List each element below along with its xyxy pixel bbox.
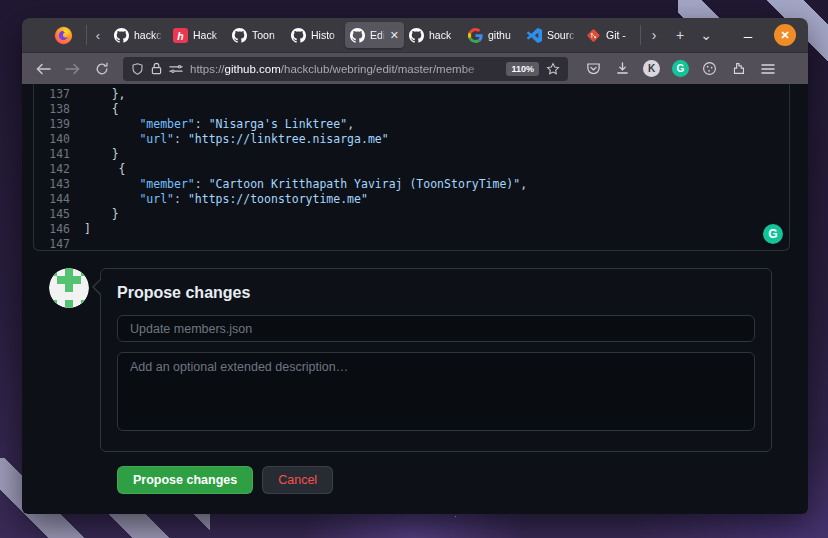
tab-title: Git -	[606, 29, 635, 41]
commit-title-input[interactable]	[117, 315, 755, 342]
line-number: 141	[34, 147, 84, 162]
grammarly-editor-icon[interactable]: G	[763, 224, 783, 244]
minimize-window-button[interactable]: –	[738, 27, 758, 44]
code-line[interactable]: 142 {	[34, 162, 789, 177]
scroll-tabs-left-icon[interactable]: ‹	[87, 28, 109, 43]
browser-window: ‹ hackchHackToonHistoEdi✕hackgithuSourcG…	[22, 18, 808, 514]
code-editor[interactable]: 137 },138 {139 "member": "Nisarga's Link…	[33, 84, 790, 251]
forward-icon[interactable]	[59, 57, 86, 81]
cookie-extension-icon[interactable]	[696, 57, 723, 81]
zoom-level-badge[interactable]: 110%	[506, 62, 539, 76]
grammarly-extension-icon[interactable]: G	[667, 57, 694, 81]
browser-tab[interactable]: Toon	[227, 22, 286, 48]
account-extension-icon[interactable]: K	[638, 57, 665, 81]
browser-tab[interactable]: Git -	[581, 22, 640, 48]
code-text: }	[84, 207, 119, 222]
browser-tab[interactable]: githu	[463, 22, 522, 48]
browser-tab-active[interactable]: Edi✕	[345, 22, 404, 48]
window-controls: – ✕	[738, 24, 808, 46]
code-text: "url": "https://linktree.nisarga.me"	[84, 132, 389, 147]
new-tab-button[interactable]: +	[667, 27, 693, 43]
browser-tab[interactable]: hHack	[168, 22, 227, 48]
pocket-icon[interactable]	[580, 57, 607, 81]
github-edit-page: 137 },138 {139 "member": "Nisarga's Link…	[22, 84, 808, 514]
back-icon[interactable]	[30, 57, 57, 81]
propose-changes-button[interactable]: Propose changes	[117, 466, 253, 494]
code-text: }	[84, 147, 119, 162]
line-number: 147	[34, 237, 84, 252]
navigation-toolbar: https://github.com/hackclub/webring/edit…	[22, 52, 808, 84]
reload-icon[interactable]	[88, 57, 115, 81]
google-favicon-icon	[468, 28, 483, 43]
line-number: 145	[34, 207, 84, 222]
github-favicon-icon	[350, 28, 365, 43]
code-text: "member": "Cartoon Kritthapath Yaviraj (…	[84, 177, 527, 192]
browser-tab[interactable]: hackc	[109, 22, 168, 48]
code-text: {	[84, 102, 119, 117]
close-window-button[interactable]: ✕	[774, 24, 796, 46]
extensions-puzzle-icon[interactable]	[725, 57, 752, 81]
github-favicon-icon	[232, 28, 247, 43]
code-line[interactable]: 140 "url": "https://linktree.nisarga.me"	[34, 132, 789, 147]
line-number: 138	[34, 102, 84, 117]
lock-icon[interactable]	[151, 62, 162, 75]
svg-text:h: h	[177, 29, 183, 41]
list-tabs-dropdown-icon[interactable]: ⌄	[693, 27, 719, 43]
vscode-favicon-icon	[527, 28, 542, 43]
line-number: 143	[34, 177, 84, 192]
tab-title: hackc	[134, 29, 163, 41]
code-line[interactable]: 143 "member": "Cartoon Kritthapath Yavir…	[34, 177, 789, 192]
line-number: 139	[34, 117, 84, 132]
url-bar[interactable]: https://github.com/hackclub/webring/edit…	[123, 57, 568, 81]
cancel-button[interactable]: Cancel	[262, 466, 333, 494]
commit-actions: Propose changes Cancel	[100, 466, 772, 494]
code-text: ]	[84, 222, 91, 237]
github-favicon-icon	[291, 28, 306, 43]
github-favicon-icon	[409, 28, 424, 43]
code-text: },	[84, 87, 126, 102]
commit-form-box: Propose changes	[100, 268, 772, 452]
code-line[interactable]: 137 },	[34, 87, 789, 102]
tab-title: Hack	[193, 29, 222, 41]
line-number: 142	[34, 162, 84, 177]
tab-title: githu	[488, 29, 517, 41]
browser-tab[interactable]: Histo	[286, 22, 345, 48]
code-line[interactable]: 147	[34, 237, 789, 252]
browser-tab[interactable]: hack	[404, 22, 463, 48]
code-text: "url": "https://toonstorytime.me"	[84, 192, 368, 207]
line-number: 140	[34, 132, 84, 147]
scroll-tabs-right-icon[interactable]: ›	[641, 27, 667, 43]
tab-title: Edi	[370, 29, 385, 41]
downloads-icon[interactable]	[609, 57, 636, 81]
tab-title: Histo	[311, 29, 340, 41]
firefox-icon[interactable]	[54, 26, 73, 45]
code-line[interactable]: 145 }	[34, 207, 789, 222]
code-line[interactable]: 139 "member": "Nisarga's Linktree",	[34, 117, 789, 132]
commit-description-input[interactable]	[117, 352, 755, 431]
tab-strip: hackchHackToonHistoEdi✕hackgithuSourcGit…	[109, 18, 640, 52]
code-line[interactable]: 141 }	[34, 147, 789, 162]
user-avatar	[49, 268, 89, 308]
line-number: 144	[34, 192, 84, 207]
code-line[interactable]: 144 "url": "https://toonstorytime.me"	[34, 192, 789, 207]
line-number: 137	[34, 87, 84, 102]
git-favicon-icon	[586, 28, 601, 43]
permissions-icon[interactable]	[169, 63, 183, 75]
tracking-shield-icon[interactable]	[131, 62, 144, 76]
tab-close-icon[interactable]: ✕	[390, 30, 399, 41]
tab-title: Sourc	[547, 29, 576, 41]
code-line[interactable]: 146]	[34, 222, 789, 237]
code-line[interactable]: 138 {	[34, 102, 789, 117]
commit-form-heading: Propose changes	[117, 284, 755, 302]
github-favicon-icon	[114, 28, 129, 43]
hackclub-favicon-icon: h	[173, 28, 188, 43]
code-text: "member": "Nisarga's Linktree",	[84, 117, 354, 132]
tab-title: Toon	[252, 29, 281, 41]
line-number: 146	[34, 222, 84, 237]
menu-hamburger-icon[interactable]	[754, 57, 781, 81]
commit-form-section: Propose changes Propose changes Cancel	[49, 268, 772, 494]
browser-tab[interactable]: Sourc	[522, 22, 581, 48]
bookmark-star-icon[interactable]	[546, 62, 560, 76]
tab-bar: ‹ hackchHackToonHistoEdi✕hackgithuSourcG…	[22, 18, 808, 52]
url-text[interactable]: https://github.com/hackclub/webring/edit…	[190, 63, 499, 75]
